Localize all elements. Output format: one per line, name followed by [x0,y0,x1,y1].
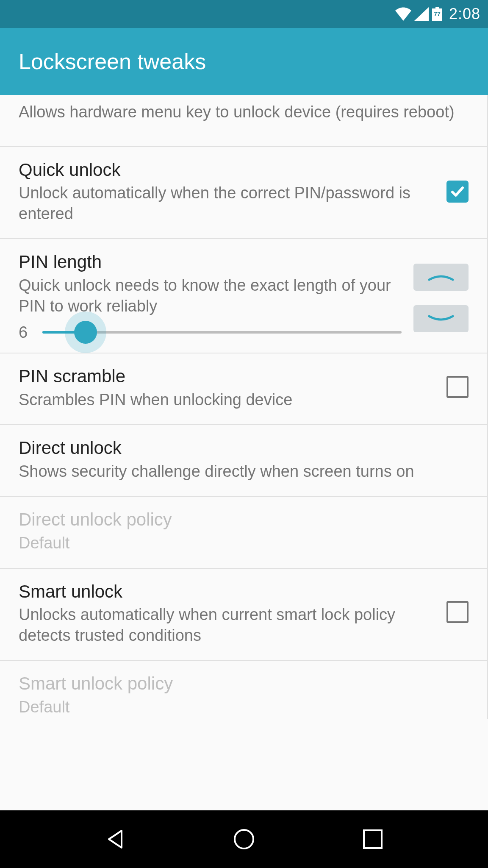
pin-length-slider[interactable] [42,320,402,345]
pin-scramble-checkbox[interactable] [446,376,469,400]
item-summary: Default [19,697,469,718]
nav-back-button[interactable] [98,822,132,856]
quick-unlock-checkbox[interactable] [446,181,469,203]
svg-point-2 [235,830,253,849]
nav-recents-button[interactable] [356,822,390,856]
quick-unlock-item[interactable]: Quick unlock Unlock automatically when t… [0,147,488,239]
direct-unlock-item[interactable]: Direct unlock Shows security challenge d… [0,425,488,497]
item-summary: Shows security challenge directly when s… [19,461,469,482]
battery-icon: 77 [431,7,443,21]
pin-scramble-item[interactable]: PIN scramble Scrambles PIN when unlockin… [0,353,488,425]
cellular-signal-icon [414,7,429,21]
item-summary: Unlock automatically when the correct PI… [19,183,435,224]
nav-home-button[interactable] [227,822,261,856]
navigation-bar [0,810,488,868]
smart-unlock-item[interactable]: Smart unlock Unlocks automatically when … [0,569,488,661]
item-summary: Default [19,533,469,554]
wifi-icon [395,7,412,21]
item-title: PIN length [19,251,402,273]
page-title: Lockscreen tweaks [19,49,206,74]
pin-length-item[interactable]: PIN length Quick unlock needs to know th… [0,239,488,353]
svg-rect-3 [364,830,382,848]
item-title: Direct unlock [19,437,469,459]
hardware-menu-unlock-item[interactable]: Allows hardware menu key to unlock devic… [0,95,488,147]
item-title: PIN scramble [19,365,435,388]
pin-length-value: 6 [19,323,32,342]
status-bar: 77 2:08 [0,0,488,28]
status-clock: 2:08 [449,5,480,23]
item-title: Smart unlock policy [19,673,469,695]
item-summary: Quick unlock needs to know the exact len… [19,275,402,316]
item-summary: Scrambles PIN when unlocking device [19,389,435,410]
smart-unlock-policy-item: Smart unlock policy Default [0,661,488,719]
settings-list: Allows hardware menu key to unlock devic… [0,95,488,810]
battery-level-label: 77 [431,11,443,17]
pin-length-increase-button[interactable] [413,264,469,291]
item-title: Quick unlock [19,159,435,181]
svg-rect-0 [435,7,439,8]
pin-length-decrease-button[interactable] [413,305,469,332]
item-summary: Unlocks automatically when current smart… [19,604,435,645]
item-summary: Allows hardware menu key to unlock devic… [19,102,469,122]
item-title: Direct unlock policy [19,509,469,531]
direct-unlock-policy-item: Direct unlock policy Default [0,497,488,568]
smart-unlock-checkbox[interactable] [446,601,469,625]
app-bar: Lockscreen tweaks [0,28,488,95]
item-title: Smart unlock [19,581,435,603]
